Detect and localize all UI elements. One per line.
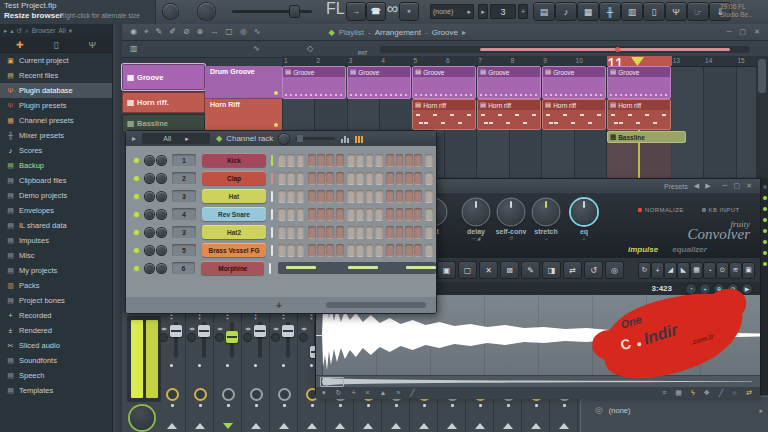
route-arrow-icon[interactable]	[251, 423, 261, 429]
draw-icon[interactable]: ✎	[522, 262, 539, 278]
step-cell[interactable]	[366, 244, 374, 257]
step-cell[interactable]	[336, 154, 344, 167]
maximize-button[interactable]: ▢	[740, 28, 747, 36]
step-cell[interactable]	[414, 208, 422, 221]
select-icon[interactable]: ◨	[543, 262, 560, 278]
pan-arrows-icon[interactable]: ▲▼	[186, 313, 213, 321]
browser-icon[interactable]: ▥	[622, 3, 642, 20]
step-cell[interactable]	[414, 226, 422, 239]
play-icon[interactable]: ▸	[132, 134, 136, 143]
pattern-clip[interactable]: ▤Groove	[607, 66, 671, 99]
pan-arrows-icon[interactable]: ▲▼	[158, 313, 185, 321]
swing-knob[interactable]	[279, 134, 289, 144]
step-cell[interactable]	[297, 244, 305, 257]
channel-volume-knob[interactable]	[157, 210, 166, 219]
route-arrow-icon[interactable]	[447, 423, 457, 429]
open-icon[interactable]: ▢	[459, 262, 476, 278]
channel-enable-led[interactable]	[134, 230, 139, 235]
step-cell[interactable]	[356, 154, 364, 167]
channel-pan-knob[interactable]	[145, 174, 154, 183]
step-cell[interactable]	[297, 226, 305, 239]
close-button[interactable]: ✕	[746, 182, 752, 190]
slot-circle-icon[interactable]: ◎	[595, 405, 603, 415]
channel-enable-led[interactable]	[134, 176, 139, 181]
undo-icon[interactable]: ↺	[585, 262, 602, 278]
channel-enable-led[interactable]	[134, 194, 139, 199]
minimize-button[interactable]: ─	[727, 28, 732, 36]
pattern-item[interactable]: ▤ Horn riff.	[122, 92, 205, 113]
step-cell[interactable]	[405, 226, 413, 239]
step-cell[interactable]	[336, 244, 344, 257]
volume-fader[interactable]	[174, 322, 178, 358]
browser-tab-plugins-icon[interactable]: Ψ	[88, 40, 96, 50]
stretch-knob[interactable]: stretch↔	[526, 199, 566, 241]
stereo-sep-knob[interactable]	[300, 334, 307, 341]
paint-tool-icon[interactable]: ✐	[169, 27, 176, 37]
delete-tool-icon[interactable]: ⊘	[183, 27, 190, 37]
step-cell[interactable]	[297, 172, 305, 185]
eq-knob[interactable]: eq⊥	[564, 199, 604, 241]
volume-fader[interactable]	[230, 322, 234, 358]
bolt-icon[interactable]: ϟ	[691, 389, 695, 397]
channel-volume-knob[interactable]	[157, 174, 166, 183]
step-cell[interactable]	[336, 226, 344, 239]
strip-knob[interactable]	[278, 388, 291, 401]
channel-enable-led[interactable]	[134, 212, 139, 217]
browser-item[interactable]: ▦ Channel presets	[0, 113, 112, 128]
channel-button[interactable]: Brass Vessel FG	[202, 243, 266, 257]
step-cell[interactable]	[375, 226, 383, 239]
prev-icon[interactable]: «	[365, 389, 369, 397]
route-arrow-icon[interactable]	[475, 423, 485, 429]
step-cell[interactable]	[317, 172, 325, 185]
step-cell[interactable]	[414, 154, 422, 167]
controller-dropdown[interactable]: (none)▸	[430, 4, 474, 19]
mixer-strip[interactable]: ▲▼ ◀▶	[214, 312, 242, 432]
stereo-arrows-icon[interactable]: ◀▶	[245, 326, 251, 331]
step-cell[interactable]	[308, 244, 316, 257]
slot-value[interactable]: (none)	[609, 406, 631, 415]
collapse-all-icon[interactable]: ▸	[4, 27, 7, 35]
channel-enable-led[interactable]	[134, 248, 139, 253]
channel-button[interactable]: Morphine	[201, 261, 264, 275]
kb-input-toggle[interactable]: KB INPUT	[702, 207, 740, 213]
channel-number[interactable]: 3	[172, 226, 196, 238]
channel-rack-titlebar[interactable]: ▸ All ▸ ◆ Channel rack	[126, 131, 436, 146]
mute-tool-icon[interactable]: ⊗	[197, 27, 204, 37]
browser-tab-add-icon[interactable]: ✚	[16, 40, 24, 50]
scrollbar-handle[interactable]	[758, 59, 766, 93]
channel-pan-knob[interactable]	[145, 156, 154, 165]
mixer-icon[interactable]: ╫	[600, 3, 620, 20]
route-arrow-icon[interactable]	[167, 423, 177, 429]
minimize-button[interactable]: ─	[723, 182, 728, 190]
pattern-item[interactable]: ▤ Groove	[122, 64, 205, 90]
browser-item[interactable]: ▤ Envelopes	[0, 203, 112, 218]
keyboard-editor-icon[interactable]	[355, 135, 363, 143]
pan-arrows-icon[interactable]: ▲▼	[270, 313, 297, 321]
mixer-strip[interactable]: ▲▼ ◀▶	[270, 312, 298, 432]
fader-handle[interactable]	[226, 331, 238, 343]
browser-item[interactable]: ▤ Clipboard files	[0, 173, 112, 188]
master-knob[interactable]	[130, 406, 154, 430]
browser-item[interactable]: + Recorded	[0, 308, 112, 323]
browser-item[interactable]: ▤ My projects	[0, 263, 112, 278]
swing-slider[interactable]	[295, 137, 335, 140]
center-icon[interactable]: +	[652, 263, 663, 278]
step-cell[interactable]	[297, 154, 305, 167]
step-cell[interactable]	[336, 208, 344, 221]
fl-menu-button[interactable]: FL	[326, 0, 345, 18]
playlist-titlebar[interactable]: ◉⌖✎✐⊘⊗↔▢◎∿ ◆ Playlist - Arrangement - Gr…	[122, 24, 768, 41]
step-cell[interactable]	[278, 190, 286, 203]
step-cell[interactable]	[375, 154, 383, 167]
pattern-clip[interactable]: ▤Groove	[347, 66, 411, 99]
stereo-sep-knob[interactable]	[160, 334, 167, 341]
browser-item[interactable]: ▤ IL shared data	[0, 218, 112, 233]
grid-icon[interactable]: ▦	[675, 389, 682, 397]
step-cell[interactable]	[405, 244, 413, 257]
step-cell[interactable]	[308, 172, 316, 185]
pencil-tool-icon[interactable]: ✎	[156, 27, 163, 37]
mixer-strip[interactable]: ▲▼ ◀▶	[186, 312, 214, 432]
step-cell[interactable]	[425, 154, 433, 167]
step-cell[interactable]	[386, 172, 394, 185]
track-header[interactable]: Horn Riff	[205, 99, 282, 131]
channel-volume-knob[interactable]	[157, 228, 166, 237]
